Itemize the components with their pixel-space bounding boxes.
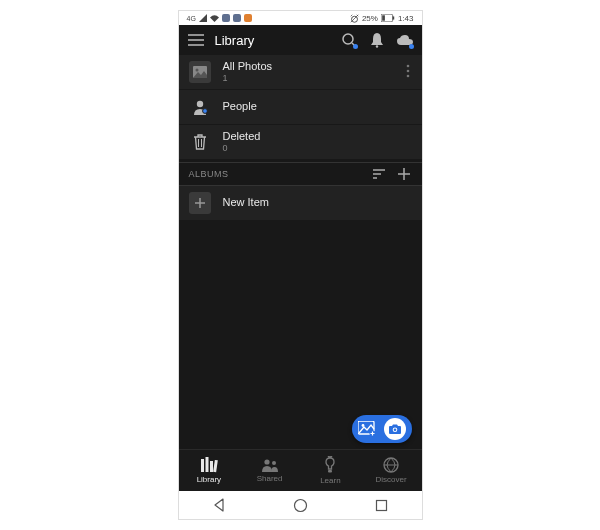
add-image-icon: [358, 420, 376, 438]
tab-label: Library: [197, 475, 221, 484]
row-deleted[interactable]: Deleted 0: [179, 125, 422, 159]
bottom-tab-bar: Library Shared Learn Discover: [179, 449, 422, 491]
bell-icon: [370, 32, 384, 48]
hamburger-icon: [188, 34, 204, 46]
svg-point-23: [272, 461, 276, 465]
row-all-photos[interactable]: All Photos 1: [179, 55, 422, 89]
search-button[interactable]: [340, 31, 358, 49]
row-people[interactable]: People: [179, 90, 422, 124]
discover-icon: [383, 457, 399, 473]
tab-library[interactable]: Library: [179, 450, 240, 491]
battery-percent: 25%: [362, 14, 378, 23]
status-box-2: [233, 14, 241, 22]
add-icon: [189, 192, 211, 214]
status-left: 4G: [187, 14, 252, 22]
status-box-1: [222, 14, 230, 22]
svg-rect-18: [201, 459, 204, 472]
library-icon: [200, 457, 218, 473]
more-vertical-icon: [406, 64, 410, 78]
wifi-icon: [210, 15, 219, 22]
photos-icon: [189, 61, 211, 83]
svg-rect-21: [213, 460, 218, 472]
svg-point-22: [264, 459, 269, 464]
back-button[interactable]: [212, 498, 226, 512]
plus-icon: [194, 197, 206, 209]
tab-discover[interactable]: Discover: [361, 450, 422, 491]
add-photo-fab[interactable]: [352, 415, 412, 443]
svg-point-0: [351, 16, 357, 22]
trash-icon: [189, 131, 211, 153]
row-more-button[interactable]: [404, 64, 412, 80]
tab-shared[interactable]: Shared: [239, 450, 300, 491]
plus-icon: [398, 168, 410, 180]
home-button[interactable]: [293, 498, 308, 513]
sort-icon: [371, 169, 385, 179]
recents-button[interactable]: [375, 499, 388, 512]
svg-rect-19: [205, 457, 208, 472]
square-recents-icon: [375, 499, 388, 512]
badge-dot: [353, 44, 358, 49]
signal-icon: [199, 14, 207, 22]
notifications-button[interactable]: [368, 31, 386, 49]
tab-label: Shared: [257, 474, 283, 483]
cloud-sync-button[interactable]: [396, 31, 414, 49]
status-time: 1:43: [398, 14, 414, 23]
phone-frame: 4G 25% 1:43 Library: [178, 10, 423, 520]
app-header: Library: [179, 25, 422, 55]
tab-label: Discover: [376, 475, 407, 484]
svg-point-8: [406, 65, 409, 68]
badge-dot: [409, 44, 414, 49]
alarm-off-icon: [350, 14, 359, 23]
svg-rect-2: [382, 15, 385, 20]
circle-home-icon: [293, 498, 308, 513]
svg-rect-24: [328, 470, 332, 473]
svg-rect-3: [393, 16, 395, 19]
camera-icon: [388, 424, 402, 435]
svg-rect-20: [210, 461, 213, 472]
svg-point-12: [202, 109, 207, 114]
learn-icon: [323, 456, 337, 474]
battery-icon: [381, 14, 395, 22]
tab-learn[interactable]: Learn: [300, 450, 361, 491]
svg-rect-27: [377, 500, 387, 510]
triangle-back-icon: [212, 498, 226, 512]
tab-label: Learn: [320, 476, 340, 485]
status-right: 25% 1:43: [350, 14, 414, 23]
svg-point-9: [406, 70, 409, 73]
page-title: Library: [215, 33, 330, 48]
row-label: Deleted: [223, 130, 412, 143]
row-label: New Item: [223, 196, 412, 209]
albums-section-header: ALBUMS: [179, 162, 422, 186]
app-body: Library All Photos: [179, 25, 422, 491]
row-count: 0: [223, 143, 412, 154]
row-new-item[interactable]: New Item: [179, 186, 422, 220]
status-box-3: [244, 14, 252, 22]
svg-point-7: [195, 69, 198, 72]
svg-point-10: [406, 75, 409, 78]
add-album-button[interactable]: [396, 166, 412, 182]
lte-icon: 4G: [187, 15, 196, 22]
status-bar: 4G 25% 1:43: [179, 11, 422, 25]
svg-point-4: [343, 34, 353, 44]
people-icon: [189, 96, 211, 118]
row-label: All Photos: [223, 60, 392, 73]
svg-point-11: [196, 101, 202, 107]
svg-point-5: [375, 45, 377, 47]
android-nav-bar: [179, 491, 422, 519]
menu-button[interactable]: [187, 31, 205, 49]
row-label: People: [223, 100, 412, 113]
svg-point-26: [295, 499, 307, 511]
row-count: 1: [223, 73, 392, 84]
section-label: ALBUMS: [189, 169, 360, 179]
camera-button[interactable]: [384, 418, 406, 440]
shared-icon: [260, 458, 280, 472]
svg-point-17: [393, 428, 396, 431]
sort-button[interactable]: [370, 166, 386, 182]
